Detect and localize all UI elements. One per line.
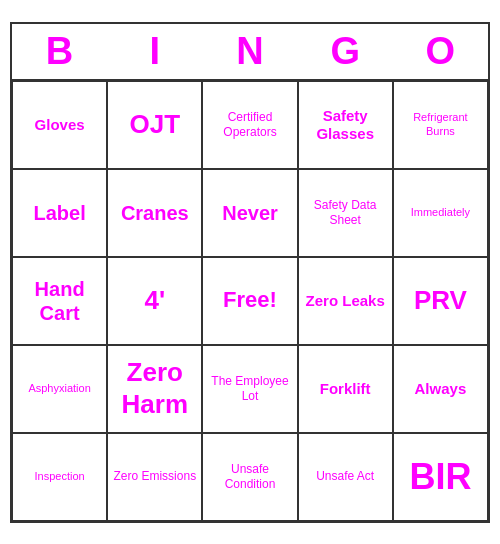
header-N: N	[206, 30, 294, 73]
cell-23[interactable]: Unsafe Act	[298, 433, 393, 521]
cell-13[interactable]: Zero Leaks	[298, 257, 393, 345]
cell-6[interactable]: Cranes	[107, 169, 202, 257]
cell-7[interactable]: Never	[202, 169, 297, 257]
cell-3[interactable]: Safety Glasses	[298, 81, 393, 169]
header-G: G	[301, 30, 389, 73]
cell-11[interactable]: 4'	[107, 257, 202, 345]
cell-17[interactable]: The Employee Lot	[202, 345, 297, 433]
cell-1[interactable]: OJT	[107, 81, 202, 169]
bingo-header: B I N G O	[12, 24, 488, 79]
cell-18[interactable]: Forklift	[298, 345, 393, 433]
cell-14[interactable]: PRV	[393, 257, 488, 345]
cell-19[interactable]: Always	[393, 345, 488, 433]
header-O: O	[396, 30, 484, 73]
cell-5[interactable]: Label	[12, 169, 107, 257]
cell-9[interactable]: Immediately	[393, 169, 488, 257]
cell-8[interactable]: Safety Data Sheet	[298, 169, 393, 257]
header-B: B	[16, 30, 104, 73]
cell-4[interactable]: Refrigerant Burns	[393, 81, 488, 169]
cell-22[interactable]: Unsafe Condition	[202, 433, 297, 521]
cell-12[interactable]: Free!	[202, 257, 297, 345]
cell-24[interactable]: BIR	[393, 433, 488, 521]
cell-20[interactable]: Inspection	[12, 433, 107, 521]
cell-2[interactable]: Certified Operators	[202, 81, 297, 169]
cell-0[interactable]: Gloves	[12, 81, 107, 169]
bingo-grid: GlovesOJTCertified OperatorsSafety Glass…	[12, 79, 488, 521]
header-I: I	[111, 30, 199, 73]
cell-21[interactable]: Zero Emissions	[107, 433, 202, 521]
bingo-card: B I N G O GlovesOJTCertified OperatorsSa…	[10, 22, 490, 523]
cell-16[interactable]: Zero Harm	[107, 345, 202, 433]
cell-10[interactable]: Hand Cart	[12, 257, 107, 345]
cell-15[interactable]: Asphyxiation	[12, 345, 107, 433]
